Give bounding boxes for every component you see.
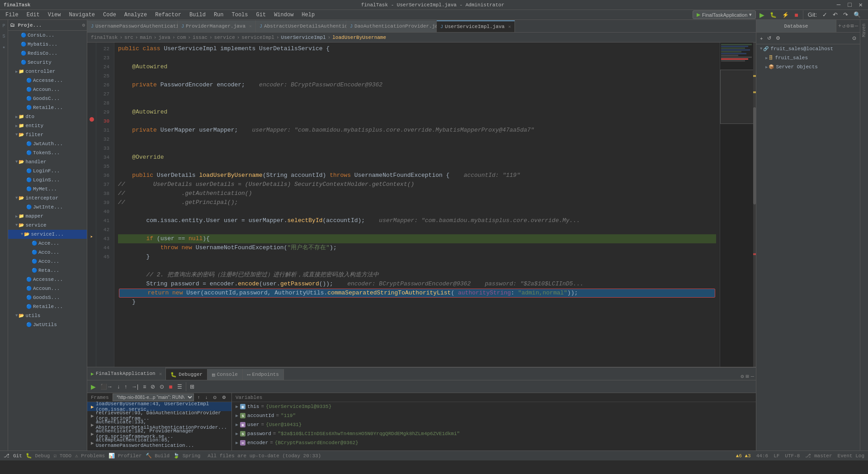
- tree-item-utils[interactable]: ▼ 📂 utils: [8, 311, 87, 320]
- frames-filter-button[interactable]: ⊙: [211, 394, 218, 401]
- undo-button[interactable]: ↶: [831, 10, 840, 19]
- redo-button[interactable]: ↷: [841, 10, 850, 19]
- menu-git[interactable]: Git: [253, 11, 270, 19]
- tree-item-loginf[interactable]: 🔵 LoginF...: [8, 166, 87, 175]
- menu-file[interactable]: File: [2, 11, 22, 19]
- tree-item-goodss[interactable]: 🔵 GoodsS...: [8, 293, 87, 302]
- frames-settings-button[interactable]: ⚙: [220, 394, 228, 401]
- step-into-button[interactable]: ↓: [115, 383, 122, 391]
- tab-dao-provider[interactable]: J DaoAuthenticationProvider.java ✕: [346, 20, 437, 32]
- tree-item-retaile[interactable]: 🔵 Retaile...: [8, 103, 87, 112]
- tree-item-retaile2[interactable]: 🔵 Retaile...: [8, 302, 87, 311]
- project-tool-icon[interactable]: P: [2, 22, 5, 30]
- menu-run[interactable]: Run: [210, 11, 227, 19]
- mute-breakpoints-button[interactable]: ⊘: [149, 383, 157, 391]
- tab-user-service-impl[interactable]: J UserServiceImpl.java ✕: [437, 20, 515, 32]
- db-new-button[interactable]: +: [758, 35, 764, 42]
- debug-settings-icon[interactable]: ⚙: [741, 373, 744, 380]
- tree-item-accoun2[interactable]: 🔵 Accoun...: [8, 284, 87, 293]
- git-icon[interactable]: ⎇: [4, 453, 9, 459]
- tree-item-jwtauth[interactable]: 🔵 JwtAuth...: [8, 139, 87, 148]
- gear-icon[interactable]: ⚙: [82, 22, 85, 28]
- db-filter-button[interactable]: ⊙: [850, 34, 858, 42]
- debug-tab-endpoints[interactable]: ⟷ Endpoints: [243, 369, 284, 380]
- tree-item-jwtinte[interactable]: 🔵 JwtInte...: [8, 203, 87, 212]
- debug-minimize-icon[interactable]: ─: [751, 374, 754, 380]
- tree-item-interceptor[interactable]: ▼ 📂 interceptor: [8, 194, 87, 203]
- tree-item-service[interactable]: ▼ 📂 service: [8, 221, 87, 230]
- tab-close-icon[interactable]: ✕: [249, 24, 252, 29]
- git-check-button[interactable]: ✓: [821, 10, 829, 19]
- frame-item-1[interactable]: ▶ retrieveUser:93, DaoAuthenticationProv…: [87, 411, 231, 420]
- db-add-icon[interactable]: +: [838, 23, 841, 29]
- tab-provider-manager[interactable]: J ProviderManager.java ✕: [178, 20, 256, 32]
- tree-item-accesse2[interactable]: 🔵 Accesse...: [8, 275, 87, 284]
- var-item-accountid[interactable]: ▶ S accountId = "119": [232, 411, 756, 420]
- thread-select[interactable]: *http-nio-8081-e...p "main": RUNNING: [113, 393, 194, 401]
- maximize-button[interactable]: □: [846, 1, 853, 9]
- menu-navigate[interactable]: Navigate: [65, 11, 99, 19]
- frames-down-button[interactable]: ↓: [203, 394, 209, 401]
- tab-close-icon[interactable]: ✕: [508, 24, 511, 29]
- debug-status-label[interactable]: 🐛 Debug: [26, 453, 50, 459]
- debug-tab-debugger[interactable]: 🐛 Debugger: [166, 369, 208, 380]
- tree-item-mybatis[interactable]: 🔵 Mybatis...: [8, 40, 87, 49]
- frame-item-3[interactable]: ▶ authenticate:182, ProviderManager (org…: [87, 429, 231, 438]
- branch-label[interactable]: ⎇ master: [805, 453, 832, 459]
- stop-button[interactable]: ■: [793, 10, 800, 19]
- frame-item-4[interactable]: ▶ attemptAuthentication:85, UsernamePass…: [87, 438, 231, 447]
- search-button[interactable]: 🔍: [852, 10, 863, 19]
- run-to-cursor-button[interactable]: →|: [130, 383, 140, 391]
- db-item-connection[interactable]: ▼ 🔗 fruit_sales@localhost: [756, 44, 860, 53]
- tree-item-servicei[interactable]: ▼ 📂 serviceI...: [8, 230, 87, 239]
- menu-analyze[interactable]: Analyze: [121, 11, 151, 19]
- var-item-this[interactable]: ▶ ▣ this = {UserServiceImpl@9335}: [232, 402, 756, 411]
- tab-abstract-provider[interactable]: J AbstractUserDetailsAuthentication... ✕: [256, 20, 346, 32]
- db-close-icon[interactable]: ─: [855, 23, 858, 29]
- tab-username-filter[interactable]: J UsernamePasswordAuthenticationFilter.j…: [87, 20, 178, 32]
- step-out-button[interactable]: ↑: [123, 383, 129, 391]
- todo-label[interactable]: ☑ TODO: [53, 453, 71, 459]
- restore-layout-button[interactable]: ⊞: [188, 383, 196, 391]
- maven-tool-icon[interactable]: Maven: [862, 22, 867, 39]
- frame-item-2[interactable]: ▶ authenticate:133, AbstractUserDetailsA…: [87, 420, 231, 429]
- spring-label[interactable]: 🍃 Spring: [173, 453, 200, 459]
- tree-item-security[interactable]: 🔵 Security: [8, 58, 87, 67]
- step-over-button[interactable]: ⬛→: [99, 383, 114, 391]
- tree-item-handler[interactable]: ▼ 📂 handler: [8, 157, 87, 166]
- debug-button[interactable]: 🐛: [768, 11, 778, 19]
- menu-view[interactable]: View: [44, 11, 65, 19]
- stop-debug-button[interactable]: ■: [167, 382, 174, 391]
- menu-window[interactable]: Window: [270, 11, 297, 19]
- tree-item-accesse[interactable]: 🔵 Accesse...: [8, 76, 87, 85]
- profiler-label[interactable]: 📊 Profiler: [108, 453, 142, 459]
- var-item-password[interactable]: ▶ S password = "$2a$10$LCIInDSEs6XhwTn4m…: [232, 429, 756, 438]
- db-refresh-icon[interactable]: ↺: [842, 23, 845, 29]
- close-button[interactable]: ✕: [857, 1, 864, 9]
- run-button[interactable]: ▶: [758, 10, 766, 19]
- tree-item-corslo[interactable]: 🔵 CorsLo...: [8, 31, 87, 40]
- debug-tab-console[interactable]: ▤ Console: [208, 369, 243, 380]
- var-item-encoder[interactable]: ▶ ∞ encoder = {BCryptPasswordEncoder@936…: [232, 438, 756, 447]
- favorites-tool-icon[interactable]: ★: [2, 43, 5, 52]
- event-log-label[interactable]: Event Log: [838, 453, 864, 459]
- warnings-label[interactable]: ▲6 ▲3: [736, 453, 751, 459]
- minimize-button[interactable]: ─: [835, 1, 842, 9]
- lf-label[interactable]: LF: [774, 453, 779, 459]
- var-item-user[interactable]: ▶ ▣ user = {User@10431}: [232, 420, 756, 429]
- menu-tools[interactable]: Tools: [228, 11, 252, 19]
- frame-item-current[interactable]: ▶ loadUserByUsername:43, UserServiceImpl…: [87, 402, 231, 411]
- structure-tool-icon[interactable]: S: [2, 32, 5, 41]
- menu-help[interactable]: Help: [298, 11, 318, 19]
- tree-item-mymet[interactable]: 🔵 MyMet...: [8, 185, 87, 194]
- tree-item-tokens[interactable]: 🔵 TokenS...: [8, 148, 87, 157]
- run-dropdown[interactable]: ▶ FinalTaskApplication ▾: [693, 10, 756, 19]
- tree-item-accoun[interactable]: 🔵 Accoun...: [8, 85, 87, 94]
- tree-item-filter[interactable]: ▼ 📂 filter: [8, 130, 87, 139]
- build-label[interactable]: 🔨 Build: [146, 453, 170, 459]
- tree-item-jwtutils[interactable]: 🔵 JwtUtils: [8, 320, 87, 329]
- menu-build[interactable]: Build: [186, 11, 209, 19]
- tree-item-redisco[interactable]: 🔵 RedisCo...: [8, 49, 87, 58]
- db-properties-button[interactable]: ⚙: [774, 34, 782, 42]
- tree-item-logins[interactable]: 🔵 LoginS...: [8, 175, 87, 185]
